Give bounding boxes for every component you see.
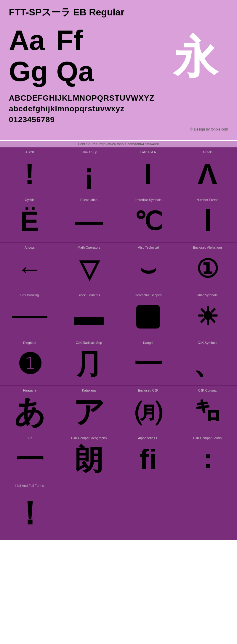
label-geoshapes: Geometric Shapes bbox=[134, 293, 161, 297]
sample-char-aa: Aa bbox=[9, 25, 56, 56]
sample-char-ff: Ff bbox=[56, 25, 104, 56]
kanji-display: 永 bbox=[163, 28, 228, 87]
svg-rect-0 bbox=[12, 316, 47, 318]
grid-row-8: Half And Full Forms ！ bbox=[0, 481, 237, 540]
digits: 0123456789 bbox=[9, 114, 228, 125]
label-arrows: Arrows bbox=[25, 246, 35, 249]
char-ascii: ! bbox=[25, 157, 34, 190]
grid-cell-geoshapes: Geometric Shapes bbox=[118, 290, 178, 338]
label-hiragana: Hiragana bbox=[23, 389, 36, 392]
char-alphabeticff: ﬁ bbox=[140, 443, 157, 476]
char-geoshapes bbox=[135, 300, 161, 333]
grid-cell-hiragana: Hiragana あ bbox=[0, 386, 59, 433]
char-latin1sup: ¡ bbox=[84, 157, 94, 190]
char-cjkcompatideo: 朗 bbox=[75, 443, 103, 476]
char-enclcjk: ㈪ bbox=[134, 395, 162, 429]
grid-cell-kangxi: Kangxi 一 bbox=[118, 338, 178, 385]
alphabet-section: ABCDEFGHIJKLMNOPQRSTUVWXYZ abcdefghijklm… bbox=[9, 93, 228, 125]
char-cjk: 一 bbox=[16, 443, 44, 476]
char-halffulls: ！ bbox=[13, 490, 46, 536]
label-katakana: Katakana bbox=[82, 389, 96, 392]
label-enclosed: Enclosed Alphanum bbox=[193, 246, 222, 249]
grid-cell-empty1 bbox=[59, 481, 118, 540]
label-enclcjk: Enclosed CJK bbox=[138, 389, 158, 392]
label-latin1sup: Latin 1 Sup bbox=[81, 150, 97, 154]
label-cjk: CJK bbox=[27, 436, 33, 440]
char-kangxi: 一 bbox=[134, 347, 162, 381]
label-letterlike: Letterlike Symbols bbox=[135, 198, 161, 202]
char-blockelem bbox=[73, 300, 105, 333]
grid-cell-latinexta: Latin Ext A I bbox=[118, 147, 178, 195]
grid-row-5: Dingbats ❶ CJK Radicals Sup ⺆ Kangxi 一 C… bbox=[0, 338, 237, 385]
sample-chars: Aa Ff Gg Qa 永 bbox=[9, 25, 228, 87]
label-cjkcompatideo: CJK Compat Ideographs bbox=[71, 436, 107, 440]
header-section: FTT-SPスーラ EB Regular Aa Ff Gg Qa 永 ABCDE… bbox=[0, 0, 237, 140]
grid-cell-enclosed: Enclosed Alphanum ① bbox=[178, 243, 237, 290]
grid-cell-cjkcompat: CJK Compat ㌔ bbox=[178, 386, 237, 433]
char-letterlike: ℃ bbox=[134, 205, 162, 238]
grid-cell-alphabeticff: Alphabetic FF ﬁ bbox=[118, 433, 178, 481]
grid-cell-latin1sup: Latin 1 Sup ¡ bbox=[59, 147, 118, 195]
sample-char-kanji: 永 bbox=[173, 35, 218, 79]
label-cjkcompat: CJK Compat bbox=[198, 389, 217, 392]
label-cyrillic: Cyrillic bbox=[25, 198, 34, 202]
label-blockelem: Block Elements bbox=[78, 293, 100, 297]
grid-cell-cjk: CJK 一 bbox=[0, 433, 59, 481]
grid-cell-ascii: ASCII ! bbox=[0, 147, 59, 195]
svg-rect-1 bbox=[74, 317, 104, 325]
label-halffulls: Half And Full Forms bbox=[15, 484, 44, 487]
grid-cell-numberforms: Number Forms Ⅰ bbox=[178, 195, 237, 242]
char-boxdrawing bbox=[12, 300, 47, 333]
grid-row-3: Arrows ← Math Operators ▽ Misc Technical… bbox=[0, 243, 237, 290]
char-enclosed: ① bbox=[196, 252, 219, 286]
label-cjkrad: CJK Radicals Sup bbox=[76, 341, 102, 344]
sample-char-gg: Gg bbox=[9, 56, 56, 87]
grid-cell-cyrillic: Cyrillic Ё bbox=[0, 195, 59, 242]
grid-cell-greek: Greek Λ bbox=[178, 147, 237, 195]
grid-cell-cjkcompatforms: CJK Compat Forms ： bbox=[178, 433, 237, 481]
svg-rect-2 bbox=[136, 305, 160, 329]
grid-cell-katakana: Katakana ア bbox=[59, 386, 118, 433]
char-cyrillic: Ё bbox=[20, 205, 39, 238]
grid-section: ASCII ! Latin 1 Sup ¡ Latin Ext A I Gree… bbox=[0, 147, 237, 540]
char-greek: Λ bbox=[198, 157, 217, 190]
grid-cell-arrows: Arrows ← bbox=[0, 243, 59, 290]
label-kangxi: Kangxi bbox=[143, 341, 153, 344]
grid-row-7: CJK 一 CJK Compat Ideographs 朗 Alphabetic… bbox=[0, 433, 237, 481]
label-ascii: ASCII bbox=[25, 150, 34, 154]
label-dingbats: Dingbats bbox=[23, 341, 36, 344]
char-arrows: ← bbox=[17, 252, 42, 286]
label-miscsymbols: Misc Symbols bbox=[197, 293, 217, 297]
char-mathops: ▽ bbox=[79, 252, 99, 286]
char-misctech: ⌣ bbox=[140, 252, 156, 286]
grid-cell-blockelem: Block Elements bbox=[59, 290, 118, 338]
label-cjkcompatforms: CJK Compat Forms bbox=[193, 436, 222, 440]
char-latinexta: I bbox=[144, 157, 152, 190]
grid-row-1: ASCII ! Latin 1 Sup ¡ Latin Ext A I Gree… bbox=[0, 147, 237, 195]
grid-cell-misctech: Misc Technical ⌣ bbox=[118, 243, 178, 290]
char-punctuation: — bbox=[75, 205, 103, 238]
uppercase-alphabet: ABCDEFGHIJKLMNOPQRSTUVWXYZ bbox=[9, 93, 228, 103]
char-cjksymbols: 、 bbox=[193, 347, 222, 381]
credit-text: © Design by fontke.com bbox=[9, 127, 228, 131]
grid-row-2: Cyrillic Ё Punctuation — Letterlike Symb… bbox=[0, 195, 237, 242]
grid-cell-enclcjk: Enclosed CJK ㈪ bbox=[118, 386, 178, 433]
grid-cell-empty2 bbox=[118, 481, 178, 540]
label-mathops: Math Operators bbox=[78, 246, 100, 249]
label-boxdrawing: Box Drawing bbox=[20, 293, 39, 297]
grid-cell-punctuation: Punctuation — bbox=[59, 195, 118, 242]
char-cjkcompat: ㌔ bbox=[195, 395, 220, 429]
char-miscsymbols: ☀ bbox=[196, 300, 219, 333]
label-misctech: Misc Technical bbox=[137, 246, 158, 249]
grid-cell-cjkrad: CJK Radicals Sup ⺆ bbox=[59, 338, 118, 385]
label-greek: Greek bbox=[203, 150, 212, 154]
char-cjkrad: ⺆ bbox=[75, 347, 103, 381]
label-numberforms: Number Forms bbox=[196, 198, 218, 202]
grid-cell-empty3 bbox=[178, 481, 237, 540]
char-numberforms: Ⅰ bbox=[203, 205, 212, 238]
grid-cell-miscsymbols: Misc Symbols ☀ bbox=[178, 290, 237, 338]
char-dingbats: ❶ bbox=[17, 347, 42, 381]
grid-cell-cjksymbols: CJK Symbols 、 bbox=[178, 338, 237, 385]
lowercase-alphabet: abcdefghijklmnopqrstuvwxyz bbox=[9, 103, 228, 114]
char-katakana: ア bbox=[73, 395, 105, 429]
